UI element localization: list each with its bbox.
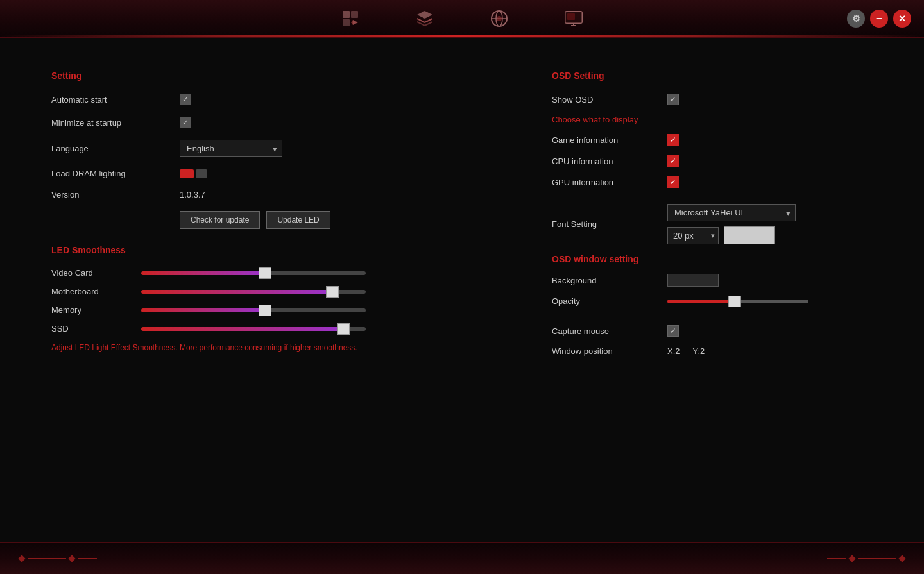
version-label: Version bbox=[51, 190, 167, 199]
svg-rect-0 bbox=[343, 11, 350, 18]
pos-x-value: X:2 bbox=[667, 346, 680, 356]
svg-rect-1 bbox=[351, 11, 358, 18]
font-setting-label: Font Setting bbox=[552, 219, 654, 229]
nav-icons bbox=[339, 7, 585, 30]
ssd-slider-row: SSD bbox=[51, 324, 424, 333]
nav-layers-icon[interactable] bbox=[413, 7, 436, 30]
settings-button[interactable]: ⚙ bbox=[847, 10, 865, 28]
led-section: LED Smoothness Video Card Motherboard bbox=[51, 245, 424, 352]
memory-slider-row: Memory bbox=[51, 305, 424, 315]
ssd-label: SSD bbox=[51, 324, 128, 333]
show-osd-checkbox[interactable] bbox=[667, 94, 679, 105]
deco-diamond-right2 bbox=[898, 555, 905, 562]
toggle-on-part bbox=[180, 169, 194, 178]
minimize-button[interactable]: − bbox=[870, 10, 888, 28]
gpu-info-label: GPU information bbox=[552, 178, 654, 187]
language-select[interactable]: English Chinese Japanese Korean bbox=[180, 140, 282, 157]
game-info-row: Game information bbox=[552, 134, 873, 146]
automatic-start-checkbox[interactable] bbox=[180, 94, 191, 105]
opacity-slider[interactable] bbox=[667, 300, 809, 303]
svg-rect-11 bbox=[567, 13, 575, 20]
pos-y-value: Y:2 bbox=[693, 346, 705, 356]
version-row: Version 1.0.3.7 bbox=[51, 190, 424, 199]
osd-section: OSD Setting Show OSD Choose what to disp… bbox=[552, 71, 873, 188]
background-color-preview[interactable] bbox=[667, 274, 719, 287]
gpu-info-checkbox[interactable] bbox=[667, 176, 679, 188]
font-size-select[interactable]: 20 px 16 px 18 px 24 px bbox=[667, 227, 719, 244]
show-osd-row: Show OSD bbox=[552, 94, 873, 105]
language-label: Language bbox=[51, 144, 167, 153]
cpu-info-checkbox[interactable] bbox=[667, 155, 679, 167]
font-select[interactable]: Microsoft YaHei UI Arial Segoe UI bbox=[667, 204, 796, 221]
osd-window-title: OSD window setting bbox=[552, 254, 873, 264]
px-select-wrapper: 20 px 16 px 18 px 24 px bbox=[667, 227, 719, 244]
bottom-bar bbox=[0, 542, 924, 574]
font-controls: Microsoft YaHei UI Arial Segoe UI 20 px … bbox=[667, 204, 796, 244]
minimize-startup-checkbox[interactable] bbox=[180, 117, 191, 128]
game-info-checkbox[interactable] bbox=[667, 134, 679, 146]
memory-label: Memory bbox=[51, 305, 128, 315]
action-buttons-row: Check for update Update LED bbox=[180, 211, 424, 229]
dram-lighting-row: Load DRAM lighting bbox=[51, 169, 424, 178]
capture-mouse-checkbox[interactable] bbox=[667, 325, 679, 337]
opacity-row: Opacity bbox=[552, 296, 873, 306]
memory-slider[interactable] bbox=[141, 308, 366, 312]
setting-title: Setting bbox=[51, 71, 424, 81]
font-setting-row: Font Setting Microsoft YaHei UI Arial Se… bbox=[552, 204, 873, 244]
svg-point-6 bbox=[497, 16, 502, 21]
cpu-info-label: CPU information bbox=[552, 156, 654, 166]
ssd-slider[interactable] bbox=[141, 327, 366, 331]
gpu-info-row: GPU information bbox=[552, 176, 873, 188]
cpu-info-row: CPU information bbox=[552, 155, 873, 167]
automatic-start-label: Automatic start bbox=[51, 95, 167, 105]
language-row: Language English Chinese Japanese Korean bbox=[51, 140, 424, 157]
show-osd-label: Show OSD bbox=[552, 95, 654, 105]
motherboard-slider[interactable] bbox=[141, 290, 366, 294]
deco-line-right bbox=[827, 558, 846, 559]
background-row: Background bbox=[552, 274, 873, 287]
led-smoothness-title: LED Smoothness bbox=[51, 245, 424, 255]
deco-line-left bbox=[28, 558, 66, 559]
background-label: Background bbox=[552, 276, 654, 285]
dram-lighting-label: Load DRAM lighting bbox=[51, 169, 167, 178]
deco-diamond-left2 bbox=[68, 555, 75, 562]
nav-display-icon[interactable] bbox=[562, 7, 585, 30]
top-bar: ⚙ − ✕ bbox=[0, 0, 924, 38]
window-position-label: Window position bbox=[552, 346, 654, 356]
osd-window-section: OSD window setting Background Opacity Ca… bbox=[552, 254, 873, 356]
dram-lighting-toggle[interactable] bbox=[180, 169, 207, 178]
top-right-controls: ⚙ − ✕ bbox=[847, 10, 911, 28]
deco-diamond-left bbox=[18, 555, 25, 562]
bottom-deco-left bbox=[19, 556, 97, 561]
game-info-label: Game information bbox=[552, 135, 654, 145]
font-size-row: 20 px 16 px 18 px 24 px bbox=[667, 226, 796, 244]
choose-display-title: Choose what to display bbox=[552, 115, 873, 124]
motherboard-label: Motherboard bbox=[51, 287, 128, 296]
update-led-button[interactable]: Update LED bbox=[266, 211, 330, 229]
pos-values: X:2 Y:2 bbox=[667, 346, 705, 356]
video-card-label: Video Card bbox=[51, 268, 128, 278]
close-button[interactable]: ✕ bbox=[893, 10, 911, 28]
led-note: Adjust LED Light Effect Smoothness. More… bbox=[51, 343, 424, 352]
nav-sync-icon[interactable] bbox=[339, 7, 362, 30]
svg-rect-2 bbox=[343, 19, 350, 26]
motherboard-slider-row: Motherboard bbox=[51, 287, 424, 296]
language-select-wrapper: English Chinese Japanese Korean bbox=[180, 140, 282, 157]
main-content: Setting Automatic start Minimize at star… bbox=[0, 51, 924, 391]
check-update-button[interactable]: Check for update bbox=[180, 211, 260, 229]
video-card-slider[interactable] bbox=[141, 271, 366, 275]
deco-line-right2 bbox=[858, 558, 896, 559]
nav-globe-icon[interactable] bbox=[488, 7, 511, 30]
video-card-slider-row: Video Card bbox=[51, 268, 424, 278]
deco-line-left2 bbox=[78, 558, 97, 559]
minimize-startup-row: Minimize at startup bbox=[51, 117, 424, 128]
version-value: 1.0.3.7 bbox=[180, 190, 205, 199]
capture-mouse-row: Capture mouse bbox=[552, 325, 873, 337]
deco-diamond-right bbox=[848, 555, 855, 562]
font-color-preview[interactable] bbox=[724, 226, 775, 244]
window-position-row: Window position X:2 Y:2 bbox=[552, 346, 873, 356]
font-select-wrapper: Microsoft YaHei UI Arial Segoe UI bbox=[667, 204, 796, 221]
left-panel: Setting Automatic start Minimize at star… bbox=[51, 71, 424, 372]
osd-title: OSD Setting bbox=[552, 71, 873, 81]
opacity-label: Opacity bbox=[552, 296, 654, 306]
